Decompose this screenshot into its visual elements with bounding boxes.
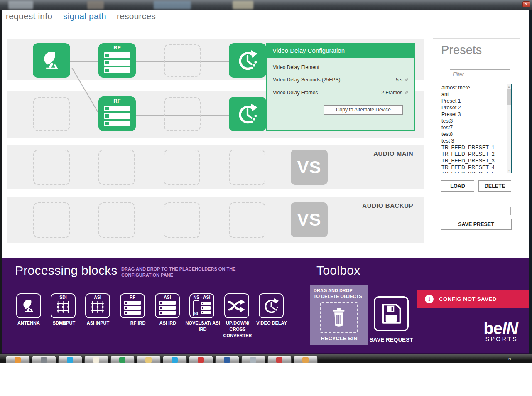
- edit-pencil-icon[interactable]: [402, 77, 409, 83]
- preset-list-item[interactable]: test3: [440, 118, 507, 124]
- preset-list-item[interactable]: Preset 3: [440, 111, 507, 118]
- antenna-block[interactable]: [33, 43, 70, 78]
- placeholder-slot[interactable]: [229, 150, 265, 185]
- tool-novelsat-asi-ird[interactable]: NS - ASI NS: [189, 293, 214, 318]
- antenna-icon: [20, 298, 37, 314]
- divider: [117, 266, 117, 279]
- rf-ird-block[interactable]: RF: [98, 96, 136, 131]
- placeholder-slot[interactable]: [33, 150, 70, 185]
- taskbar-app-skype[interactable]: [58, 356, 82, 363]
- save-preset-button[interactable]: SAVE PRESET: [441, 219, 512, 230]
- preset-list-item[interactable]: TR_FEED_PRESET_5: [440, 171, 507, 173]
- tool-asi-input[interactable]: ASI: [85, 293, 110, 318]
- server-bar: [201, 302, 211, 305]
- tab-resources[interactable]: resources: [117, 11, 156, 21]
- browser-app-icon: [276, 357, 282, 363]
- ns-chip: NS: [193, 300, 199, 316]
- tool-sdi-input[interactable]: SDI: [51, 293, 76, 318]
- vs-switch-block[interactable]: VS: [291, 202, 328, 237]
- asi-chip: [201, 300, 211, 316]
- preset-list-item[interactable]: almost there: [440, 84, 507, 91]
- taskbar-app-messenger[interactable]: [163, 356, 187, 363]
- server-bar: [159, 306, 176, 310]
- trash-dropzone-outline[interactable]: [320, 302, 358, 333]
- novelsat-asi-icon: NS: [193, 300, 211, 316]
- preset-filter-input[interactable]: [450, 69, 510, 79]
- placeholder-slot[interactable]: [33, 97, 70, 131]
- preset-list-scrollbar[interactable]: ▲ ▼: [507, 84, 511, 173]
- config-row: Video Delay Frames 2 Frames: [273, 90, 409, 96]
- taskbar-app-browser[interactable]: [267, 356, 292, 363]
- taskbar-app-word[interactable]: [215, 356, 239, 363]
- preset-list-item[interactable]: ant: [440, 91, 507, 98]
- taskbar-app-folder[interactable]: [137, 356, 161, 363]
- video-delay-block[interactable]: [229, 43, 266, 78]
- preset-list-item[interactable]: TR_FEED_PRESET_1: [440, 144, 507, 151]
- close-icon[interactable]: x: [522, 1, 530, 7]
- desktop: x request info signal path resources RF: [0, 0, 532, 396]
- taskbar-app-media[interactable]: [189, 356, 213, 363]
- bein-sports-logo: beIN SPORTS: [467, 320, 518, 342]
- preset-list-item[interactable]: Preset 1: [440, 98, 507, 104]
- taskbar-app-paint[interactable]: [294, 356, 318, 363]
- sdi-matrix-icon: [55, 300, 71, 314]
- placeholder-slot[interactable]: [164, 150, 200, 185]
- scroll-down-icon[interactable]: ▼: [507, 168, 511, 173]
- logo-wordmark: beIN: [467, 320, 518, 337]
- placeholder-slot[interactable]: [98, 150, 135, 185]
- server-bar: [104, 60, 130, 66]
- vs-switch-block[interactable]: VS: [291, 150, 328, 185]
- tool-rf-ird[interactable]: RF: [120, 293, 145, 318]
- server-bar: [104, 121, 130, 126]
- tab-signal-path[interactable]: signal path: [63, 11, 106, 21]
- window-titlebar[interactable]: x: [0, 0, 532, 10]
- copy-to-alternate-device-button[interactable]: Copy to Alternate Device: [324, 105, 403, 115]
- tab-request-info[interactable]: request info: [6, 11, 52, 21]
- placeholder-slot[interactable]: [33, 202, 70, 238]
- preset-list-item[interactable]: TR_FEED_PRESET_2: [440, 151, 507, 157]
- tool-cross-converter[interactable]: [224, 293, 249, 318]
- taskbar-app-clock[interactable]: [32, 356, 56, 363]
- server-bar: [104, 113, 130, 119]
- divider: [435, 200, 517, 200]
- cross-converter-icon: [228, 298, 246, 314]
- placeholder-slot[interactable]: [164, 44, 201, 77]
- delete-preset-button[interactable]: DELETE: [478, 180, 511, 192]
- preset-list-item[interactable]: test 3: [440, 138, 507, 144]
- placeholder-slot[interactable]: [164, 97, 201, 131]
- preset-list[interactable]: almost thereantPreset 1Preset 2Preset 3t…: [440, 84, 507, 173]
- notes-app-icon: [93, 357, 99, 363]
- audio-main-label: AUDIO MAIN: [355, 150, 413, 157]
- toolbox-title: Toolbox: [316, 263, 360, 278]
- placeholder-slot[interactable]: [164, 202, 200, 238]
- tool-video-delay[interactable]: [259, 293, 284, 318]
- preset-list-item[interactable]: Preset 2: [440, 104, 507, 111]
- windows-taskbar[interactable]: N: [0, 354, 532, 363]
- video-delay-block[interactable]: [229, 97, 266, 131]
- scroll-up-icon[interactable]: ▲: [507, 84, 511, 89]
- preset-list-edge: [511, 84, 512, 173]
- preset-list-item[interactable]: test8: [440, 131, 507, 138]
- preset-list-item[interactable]: test7: [440, 124, 507, 131]
- preset-list-item[interactable]: TR_FEED_PRESET_3: [440, 157, 507, 164]
- taskbar-app-notes[interactable]: [84, 356, 108, 363]
- placeholder-slot[interactable]: [98, 202, 135, 238]
- tool-asi-ird[interactable]: ASI: [155, 293, 180, 318]
- audio-backup-label: AUDIO BACKUP: [355, 202, 413, 209]
- rf-ird-block[interactable]: RF: [98, 43, 136, 78]
- recycle-bin-dropzone[interactable]: DRAG AND DROP TO DELETE OBJECTS RECYCLE …: [310, 285, 368, 345]
- save-request-button[interactable]: [374, 296, 409, 331]
- edit-pencil-icon[interactable]: [402, 90, 409, 96]
- video-delay-config-panel: Video Delay Configuration Video Delay El…: [266, 43, 415, 131]
- presets-title: Presets: [441, 43, 482, 57]
- taskbar-app-app[interactable]: [241, 356, 265, 363]
- placeholder-slot[interactable]: [229, 202, 265, 238]
- rf-ird-block-label: RF: [98, 44, 136, 51]
- preset-list-item[interactable]: TR_FEED_PRESET_4: [440, 164, 507, 171]
- preset-name-input[interactable]: [441, 207, 511, 215]
- taskbar-app-outlook[interactable]: [6, 356, 30, 363]
- tool-antenna[interactable]: [16, 293, 41, 318]
- taskbar-app-excel[interactable]: [110, 356, 135, 363]
- scrollbar-thumb[interactable]: [507, 89, 511, 105]
- load-preset-button[interactable]: LOAD: [441, 180, 474, 192]
